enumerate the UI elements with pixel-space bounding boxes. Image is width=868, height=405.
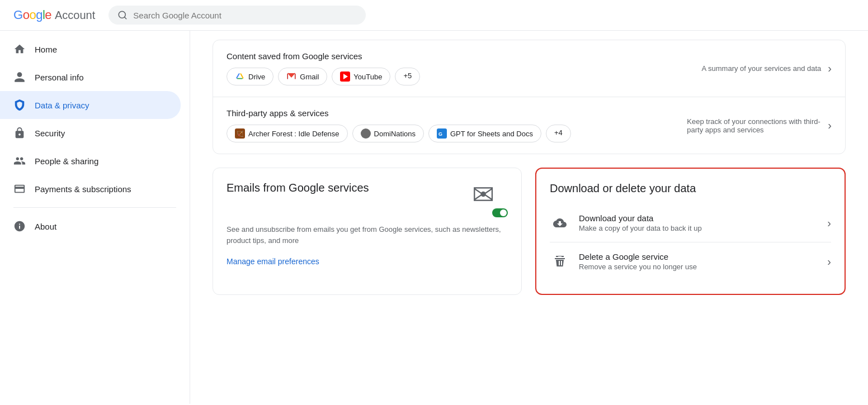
content-saved-row[interactable]: Content saved from Google services (213, 40, 845, 97)
content-saved-chips: Drive (227, 68, 701, 85)
sidebar-item-data-privacy[interactable]: Data & privacy (0, 91, 181, 119)
email-card-desc: See and unsubscribe from emails you get … (227, 224, 508, 246)
delete-service-chevron: › (827, 255, 831, 268)
delete-service-text: Delete a Google service Remove a service… (579, 252, 820, 271)
third-party-left: Third-party apps & services 🏹 Archer For… (227, 108, 687, 142)
sidebar-label-data-privacy: Data & privacy (35, 101, 89, 110)
main-content: Content saved from Google services (190, 31, 868, 404)
download-card-title: Download or delete your data (550, 182, 831, 195)
search-input[interactable] (133, 11, 357, 20)
sidebar-item-about[interactable]: About (0, 212, 181, 240)
content-saved-chevron: › (828, 62, 832, 75)
sidebar-item-payments[interactable]: Payments & subscriptions (0, 175, 181, 203)
chip-drive-label: Drive (248, 73, 265, 81)
svg-line-1 (125, 17, 126, 18)
people-icon (13, 155, 26, 167)
sidebar-label-payments: Payments & subscriptions (35, 184, 131, 194)
person-icon (13, 71, 26, 83)
chip-archer[interactable]: 🏹 Archer Forest : Idle Defense (227, 125, 348, 142)
drive-icon (235, 72, 245, 82)
email-icon-container: ✉ (472, 182, 508, 217)
content-saved-desc: A summary of your services and data (701, 64, 821, 73)
google-wordmark: Google (13, 8, 51, 22)
cloud-download-icon (550, 213, 570, 233)
email-card: Emails from Google services ✉ See and un… (213, 168, 522, 295)
chip-plus5[interactable]: +5 (395, 68, 420, 85)
sidebar-label-security: Security (35, 128, 65, 138)
archer-icon: 🏹 (235, 128, 245, 139)
delete-service-title: Delete a Google service (579, 252, 820, 261)
sidebar-item-personal-info[interactable]: Personal info (0, 63, 181, 91)
services-section: Content saved from Google services (213, 40, 846, 154)
page-layout: Home Personal info Data & privacy Securi… (0, 31, 868, 404)
credit-card-icon (13, 183, 26, 195)
lock-icon (13, 127, 26, 139)
chip-gmail[interactable]: Gmail (278, 68, 327, 85)
download-data-chevron: › (827, 217, 831, 230)
third-party-desc: Keep track of your connections with thir… (687, 117, 821, 134)
chip-dominations[interactable]: DomiNations (352, 125, 424, 142)
email-card-top: Emails from Google services ✉ (227, 182, 508, 217)
download-data-title: Download your data (579, 213, 820, 223)
envelope-icon: ✉ (472, 180, 494, 209)
toggle-dot (500, 209, 507, 216)
delete-service-desc: Remove a service you no longer use (579, 263, 820, 271)
sidebar-item-people-sharing[interactable]: People & sharing (0, 147, 181, 175)
chip-gpt[interactable]: G GPT for Sheets and Docs (428, 125, 541, 142)
domi-icon (361, 128, 371, 139)
sidebar-label-about: About (35, 222, 56, 231)
chip-plus4[interactable]: +4 (546, 125, 571, 142)
download-data-text: Download your data Make a copy of your d… (579, 213, 820, 232)
manage-email-link[interactable]: Manage email preferences (227, 257, 508, 266)
chip-youtube[interactable]: YouTube (332, 68, 390, 85)
gpt-icon: G (437, 128, 447, 139)
account-label: Account (55, 9, 95, 22)
chip-plus5-label: +5 (403, 72, 412, 80)
sidebar-divider (13, 207, 176, 208)
content-saved-left: Content saved from Google services (227, 51, 701, 85)
chip-archer-label: Archer Forest : Idle Defense (248, 130, 339, 138)
sidebar-label-home: Home (35, 45, 57, 54)
chip-plus4-label: +4 (554, 128, 563, 137)
trash-icon (550, 251, 570, 271)
email-card-title: Emails from Google services (227, 182, 472, 194)
sidebar-item-security[interactable]: Security (0, 119, 181, 147)
logo: Google Account (13, 8, 95, 22)
download-data-desc: Make a copy of your data to back it up (579, 224, 820, 232)
third-party-row[interactable]: Third-party apps & services 🏹 Archer For… (213, 97, 845, 154)
search-bar[interactable] (108, 6, 366, 25)
chip-drive[interactable]: Drive (227, 68, 273, 85)
sidebar-item-home[interactable]: Home (0, 35, 181, 63)
email-toggle[interactable] (492, 208, 508, 217)
chip-gpt-label: GPT for Sheets and Docs (450, 130, 533, 138)
chip-gmail-label: Gmail (300, 73, 319, 81)
download-data-item[interactable]: Download your data Make a copy of your d… (550, 204, 831, 242)
info-icon (13, 220, 26, 232)
content-saved-title: Content saved from Google services (227, 51, 701, 61)
download-delete-card: Download or delete your data Download yo… (535, 168, 846, 295)
search-icon (117, 10, 128, 20)
cards-row: Emails from Google services ✉ See and un… (213, 168, 846, 295)
third-party-chips: 🏹 Archer Forest : Idle Defense DomiNatio… (227, 125, 687, 142)
third-party-title: Third-party apps & services (227, 108, 687, 118)
chip-youtube-label: YouTube (353, 73, 382, 81)
sidebar-label-personal-info: Personal info (35, 73, 84, 82)
svg-text:G: G (438, 131, 442, 137)
gmail-icon (286, 72, 296, 82)
third-party-chevron: › (828, 119, 832, 132)
header: Google Account (0, 0, 868, 31)
shield-icon (13, 99, 26, 111)
youtube-icon (340, 72, 350, 82)
home-icon (13, 43, 26, 55)
sidebar-label-people-sharing: People & sharing (35, 156, 98, 166)
chip-domi-label: DomiNations (374, 130, 416, 138)
sidebar: Home Personal info Data & privacy Securi… (0, 31, 190, 404)
delete-service-item[interactable]: Delete a Google service Remove a service… (550, 242, 831, 280)
